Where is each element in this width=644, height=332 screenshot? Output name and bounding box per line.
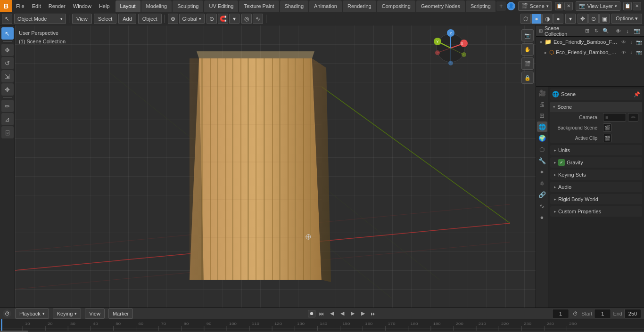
delete-scene-btn[interactable]: ✕ xyxy=(564,2,573,10)
step-back-btn[interactable]: ◀ xyxy=(328,309,336,318)
hide-viewport-0[interactable]: 👁 xyxy=(620,39,627,45)
prop-tab-scene[interactable]: 🌐 xyxy=(537,121,547,132)
blender-logo[interactable]: B xyxy=(0,0,12,12)
scene-section-header[interactable]: ▾ Scene xyxy=(550,102,642,112)
tab-scripting[interactable]: Scripting xyxy=(466,0,495,12)
object-menu[interactable]: Object xyxy=(138,14,162,24)
jump-end-btn[interactable]: ⏭ xyxy=(369,309,378,318)
tool-scale[interactable]: ⇲ xyxy=(1,70,14,82)
shading-solid-icon[interactable]: ● xyxy=(531,14,542,24)
keying-sets-section[interactable]: ▸ Keying Sets xyxy=(550,170,642,180)
view-menu-timeline[interactable]: View xyxy=(85,308,105,319)
bg-scene-icon[interactable]: 🎬 xyxy=(603,123,611,132)
tool-add-cube[interactable]: ⌻ xyxy=(1,126,14,138)
nav-gizmo[interactable]: X Y Z xyxy=(432,29,470,67)
menu-render[interactable]: Render xyxy=(45,0,69,12)
outliner-filter-btn[interactable]: ⊞ xyxy=(583,27,591,35)
object-mode-select[interactable]: Object Mode ▾ xyxy=(14,14,66,24)
tab-modeling[interactable]: Modeling xyxy=(141,0,172,12)
new-scene-btn[interactable]: 📋 xyxy=(555,2,563,10)
proportional-icon[interactable]: ◎ xyxy=(241,14,252,24)
outliner-eye-col[interactable]: 👁 xyxy=(614,27,622,35)
gizmo-icon[interactable]: ✥ xyxy=(578,14,588,24)
transform-select[interactable]: Global ▾ xyxy=(179,14,205,24)
audio-section[interactable]: ▸ Audio xyxy=(550,182,642,192)
camera-edit-btn[interactable]: ✏ xyxy=(628,113,638,121)
prop-tab-modifier[interactable]: 🔧 xyxy=(537,155,547,166)
tab-animation[interactable]: Animation xyxy=(309,0,342,12)
snap-icon[interactable]: 🧲 xyxy=(218,14,228,24)
timeline-ruler[interactable]: 10 20 30 40 50 60 70 80 90 100 110 120 1… xyxy=(0,319,644,332)
hide-viewport-1[interactable]: 👁 xyxy=(620,49,627,56)
prop-tab-render[interactable]: 🎥 xyxy=(537,88,547,98)
snap-options-icon[interactable]: ▾ xyxy=(229,14,239,24)
camera-btn2[interactable]: 🎬 xyxy=(521,57,534,70)
prop-tab-constraints[interactable]: 🔗 xyxy=(537,189,547,200)
menu-window[interactable]: Window xyxy=(69,0,95,12)
view-menu[interactable]: View xyxy=(72,14,92,24)
outliner-row-1[interactable]: ▸ ⬡ Eco_Friendly_Bamboo_F… 👁 ↓ 📷 xyxy=(536,47,644,57)
prop-tab-physics[interactable]: ⚛ xyxy=(537,178,547,188)
play-btn[interactable]: ▶ xyxy=(348,309,357,318)
outliner-cam-col[interactable]: 📷 xyxy=(633,27,641,35)
tool-transform[interactable]: ✥ xyxy=(1,83,14,96)
shading-material-icon[interactable]: ◑ xyxy=(542,14,553,24)
step-forward-btn[interactable]: ▶ xyxy=(359,309,367,318)
tool-measure[interactable]: ⊿ xyxy=(1,113,14,125)
tab-shading[interactable]: Shading xyxy=(280,0,308,12)
current-frame-input[interactable]: 1 xyxy=(552,309,569,318)
end-frame-input[interactable]: 250 xyxy=(624,309,641,318)
menu-edit[interactable]: Edit xyxy=(28,0,45,12)
shading-render-icon[interactable]: ● xyxy=(553,14,563,24)
timeline-icon[interactable]: ⏱ xyxy=(3,309,11,318)
disable-select-1[interactable]: ↓ xyxy=(628,49,635,56)
active-clip-icon[interactable]: 🎬 xyxy=(603,134,611,142)
tab-uv-editing[interactable]: UV Editing xyxy=(204,0,238,12)
keying-menu[interactable]: Keying ▾ xyxy=(53,308,82,319)
prop-header[interactable]: 🌐 Scene 📌 xyxy=(550,89,642,100)
add-workspace-tab[interactable]: + xyxy=(496,1,506,11)
outliner-row-0[interactable]: ▾ 📁 Eco_Friendly_Bamboo_Fence 👁 ↓ 📷 xyxy=(536,37,644,47)
disable-render-0[interactable]: 📷 xyxy=(636,39,642,45)
fps-btn[interactable]: ⏱ xyxy=(571,309,579,318)
tab-compositing[interactable]: Compositing xyxy=(377,0,415,12)
prop-tab-particles[interactable]: ✦ xyxy=(537,167,547,177)
user-avatar[interactable]: 👤 xyxy=(507,2,515,10)
viewport[interactable]: User Perspective (1) Scene Collection X … xyxy=(15,25,536,308)
outliner-sel-col[interactable]: ↓ xyxy=(623,27,632,35)
overlay-icon[interactable]: ⊙ xyxy=(588,14,599,24)
disable-render-1[interactable]: 📷 xyxy=(636,49,642,56)
camera-value[interactable]: ■ xyxy=(603,113,626,121)
view-layer-select[interactable]: 📷 View Layer ▾ xyxy=(576,1,620,11)
delete-view-layer-btn[interactable]: ✕ xyxy=(633,2,641,10)
tool-rotate[interactable]: ↺ xyxy=(1,57,14,69)
hand-btn[interactable]: ✋ xyxy=(521,43,534,56)
start-frame-input[interactable]: 1 xyxy=(594,309,611,318)
prop-tab-object[interactable]: ⬡ xyxy=(537,144,547,154)
new-view-layer-btn[interactable]: 📋 xyxy=(623,2,632,10)
rigid-body-section[interactable]: ▸ Rigid Body World xyxy=(550,194,642,204)
xray-icon[interactable]: ▣ xyxy=(599,14,610,24)
add-menu[interactable]: Add xyxy=(118,14,136,24)
prop-tab-output[interactable]: 🖨 xyxy=(537,99,547,109)
gravity-checkbox[interactable]: ✓ xyxy=(558,159,565,166)
menu-help[interactable]: Help xyxy=(95,0,114,12)
tab-sculpting[interactable]: Sculpting xyxy=(173,0,203,12)
outliner-search-btn[interactable]: 🔍 xyxy=(602,27,610,35)
prop-tab-material[interactable]: ● xyxy=(537,212,547,222)
outliner-sync-btn[interactable]: ↻ xyxy=(592,27,601,35)
tab-geometry-nodes[interactable]: Geometry Nodes xyxy=(416,0,465,12)
select-menu[interactable]: Select xyxy=(94,14,117,24)
scene-select[interactable]: 🎬 Scene ▾ xyxy=(518,1,552,11)
tool-annotate[interactable]: ✏ xyxy=(1,100,14,112)
options-btn[interactable]: Options ▾ xyxy=(611,14,642,24)
tab-rendering[interactable]: Rendering xyxy=(343,0,376,12)
prop-tab-view[interactable]: ⊞ xyxy=(537,110,547,121)
disable-select-0[interactable]: ↓ xyxy=(628,39,635,45)
camera-view-btn[interactable]: 📷 xyxy=(521,29,534,41)
tool-mode-icon[interactable]: ↖ xyxy=(2,14,12,24)
units-section[interactable]: ▸ Units xyxy=(550,145,642,155)
curve-icon[interactable]: ∿ xyxy=(253,14,263,24)
custom-props-section[interactable]: ▸ Custom Properties xyxy=(550,206,642,217)
prop-tab-data[interactable]: ∿ xyxy=(537,201,547,211)
